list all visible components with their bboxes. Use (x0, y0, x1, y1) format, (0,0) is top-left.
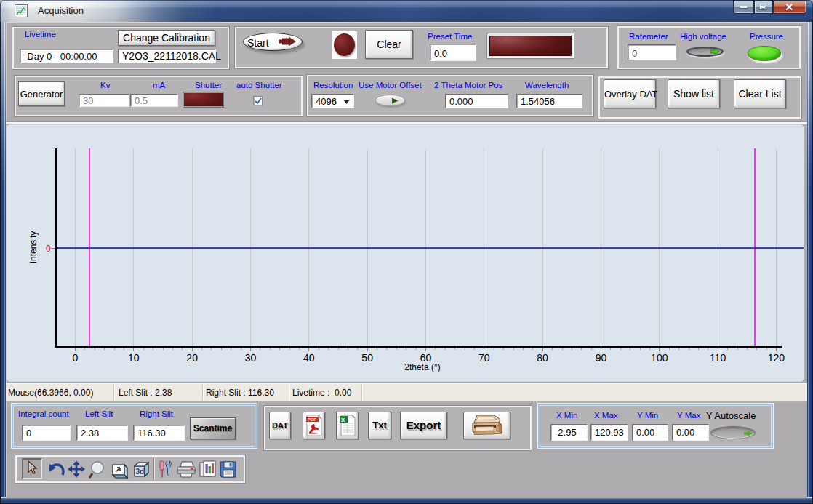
svg-text:X: X (341, 417, 345, 423)
svg-text:Adobe: Adobe (309, 431, 318, 435)
svg-text:3d: 3d (136, 468, 145, 476)
svg-text:PDF: PDF (308, 417, 316, 422)
